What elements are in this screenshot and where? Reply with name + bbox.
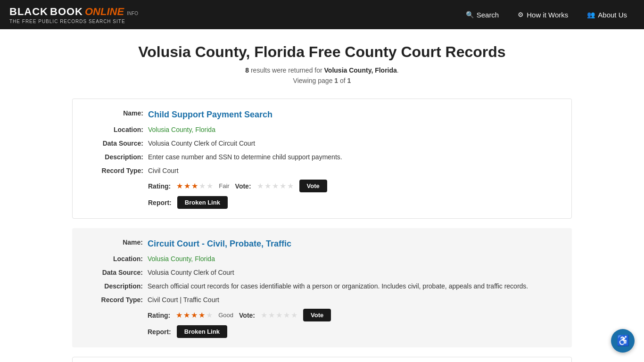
report-row: Report: Broken Link [148, 196, 557, 209]
vote-star-5[interactable]: ★ [291, 311, 297, 320]
rating-text: Good [218, 312, 233, 319]
star-1: ★ [176, 311, 182, 320]
logo: BLACK BOOK ONLINE INFO [9, 6, 138, 18]
nav-about-us[interactable]: 👥 About Us [579, 7, 635, 23]
vote-star-1[interactable]: ★ [261, 311, 267, 320]
page-title: Volusia County, Florida Free County Cour… [72, 43, 572, 61]
datasource-value: Volusia County Clerk of Circuit Court [148, 139, 255, 148]
site-header: BLACK BOOK ONLINE INFO THE FREE PUBLIC R… [0, 0, 644, 29]
broken-link-button[interactable]: Broken Link [177, 196, 228, 209]
vote-star-5[interactable]: ★ [287, 181, 294, 190]
record-card: Name: Child Support Payment Search Locat… [72, 99, 572, 219]
rating-stars: ★ ★ ★ ★ ★ [176, 181, 213, 190]
results-info: 8 results were returned for Volusia Coun… [72, 66, 572, 74]
total-pages: 1 [347, 77, 351, 84]
record-location-row: Location: Volusia County, Florida [87, 125, 557, 135]
logo-tagline: THE FREE PUBLIC RECORDS SEARCH SITE [9, 19, 138, 24]
logo-info: INFO [127, 11, 138, 16]
logo-online: ONLINE [85, 6, 124, 18]
broken-link-button[interactable]: Broken Link [177, 325, 227, 338]
name-label: Name: [87, 108, 148, 121]
nav-search[interactable]: 🔍 Search [458, 7, 507, 23]
location-link[interactable]: Volusia County, Florida [148, 125, 215, 135]
nav-how-it-works[interactable]: ⚙ How it Works [510, 7, 576, 23]
accessibility-icon: ♿ [617, 335, 629, 347]
record-name-link[interactable]: Child Support Payment Search [148, 108, 272, 121]
record-type-value: Civil Court | Traffic Court [148, 295, 219, 305]
name-label: Name: [86, 238, 148, 250]
vote-star-4[interactable]: ★ [280, 181, 286, 190]
vote-label: Vote: [235, 182, 251, 190]
people-icon: 👥 [587, 11, 595, 18]
logo-black: BLACK [9, 6, 48, 18]
record-name-row: Name: Child Support Payment Search [87, 108, 557, 121]
star-5: ★ [206, 311, 213, 320]
description-value: Search official court records for cases … [148, 281, 528, 291]
report-label: Report: [148, 199, 172, 206]
vote-star-3[interactable]: ★ [276, 311, 282, 320]
record-description-row: Description: Enter case number and SSN t… [87, 152, 557, 162]
results-location: Volusia County, Florida [324, 66, 397, 74]
vote-star-2[interactable]: ★ [268, 311, 275, 320]
datasource-value: Volusia County Clerk of Court [148, 268, 234, 278]
current-page: 1 [334, 77, 338, 84]
record-datasource-row: Data Source: Volusia County Clerk of Cou… [86, 268, 558, 278]
description-label: Description: [87, 152, 148, 162]
location-label: Location: [87, 125, 148, 135]
main-nav: 🔍 Search ⚙ How it Works 👥 About Us [458, 7, 635, 23]
main-content: Volusia County, Florida Free County Cour… [63, 29, 581, 362]
star-3: ★ [191, 181, 198, 190]
description-value: Enter case number and SSN to determine c… [148, 152, 342, 162]
record-type-row: Record Type: Civil Court [87, 166, 557, 176]
page-info: Viewing page 1 of 1 [72, 77, 572, 84]
results-count: 8 [245, 66, 249, 74]
report-label: Report: [148, 328, 171, 336]
search-icon: 🔍 [466, 11, 474, 18]
vote-button[interactable]: Vote [299, 180, 327, 192]
record-type-value: Civil Court [148, 166, 179, 176]
star-2: ★ [183, 311, 190, 320]
star-1: ★ [176, 181, 183, 190]
location-link[interactable]: Volusia County, Florida [148, 254, 215, 264]
logo-area: BLACK BOOK ONLINE INFO THE FREE PUBLIC R… [9, 6, 138, 24]
datasource-label: Data Source: [86, 268, 148, 278]
record-type-label: Record Type: [87, 166, 148, 176]
record-datasource-row: Data Source: Volusia County Clerk of Cir… [87, 139, 557, 148]
star-4: ★ [198, 311, 205, 320]
star-5: ★ [206, 181, 213, 190]
rating-label: Rating: [148, 312, 170, 319]
record-description-row: Description: Search official court recor… [86, 281, 558, 291]
rating-row: Rating: ★ ★ ★ ★ ★ Fair Vote: ★ ★ ★ ★ ★ V… [148, 180, 557, 192]
vote-star-3[interactable]: ★ [272, 181, 279, 190]
rating-row: Rating: ★ ★ ★ ★ ★ Good Vote: ★ ★ ★ ★ ★ V… [148, 309, 558, 321]
location-label: Location: [86, 254, 148, 264]
vote-stars: ★ ★ ★ ★ ★ [257, 181, 294, 190]
vote-star-4[interactable]: ★ [283, 311, 290, 320]
record-card: Name: Circuit Court - Civil, Probate, Tr… [72, 228, 572, 347]
record-location-row: Location: Volusia County, Florida [86, 254, 558, 264]
vote-stars: ★ ★ ★ ★ ★ [261, 311, 297, 320]
report-row: Report: Broken Link [148, 325, 558, 338]
vote-button[interactable]: Vote [303, 309, 331, 321]
rating-text: Fair [219, 182, 229, 189]
star-2: ★ [184, 181, 190, 190]
record-card-partial: Name: Circuit Court - Criminal [72, 357, 572, 362]
star-3: ★ [191, 311, 198, 320]
vote-label: Vote: [239, 312, 255, 319]
logo-book: BOOK [50, 6, 83, 18]
description-label: Description: [86, 281, 148, 291]
accessibility-button[interactable]: ♿ [611, 329, 635, 353]
rating-stars: ★ ★ ★ ★ ★ [176, 311, 213, 320]
gear-icon: ⚙ [518, 11, 524, 18]
vote-star-2[interactable]: ★ [264, 181, 271, 190]
vote-star-1[interactable]: ★ [257, 181, 264, 190]
rating-label: Rating: [148, 182, 171, 190]
record-name-link[interactable]: Circuit Court - Civil, Probate, Traffic [148, 238, 291, 250]
datasource-label: Data Source: [87, 139, 148, 148]
star-4: ★ [199, 181, 206, 190]
record-type-row: Record Type: Civil Court | Traffic Court [86, 295, 558, 305]
record-name-row: Name: Circuit Court - Civil, Probate, Tr… [86, 238, 558, 250]
record-type-label: Record Type: [86, 295, 148, 305]
